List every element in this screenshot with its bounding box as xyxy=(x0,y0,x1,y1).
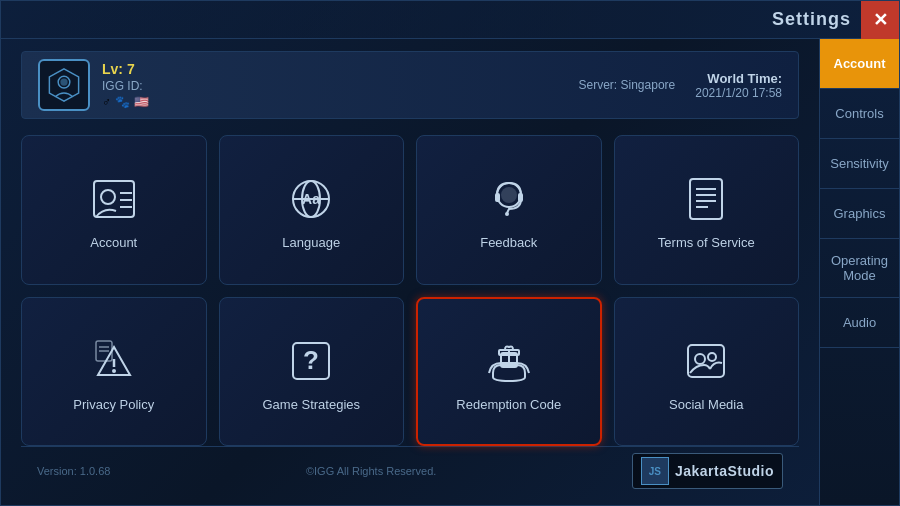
world-time-value: 2021/1/20 17:58 xyxy=(695,86,782,100)
flag-badge: 🇺🇸 xyxy=(134,95,149,109)
left-panel: Lv: 7 IGG ID: ♂ 🐾 🇺🇸 Server: Singapore W… xyxy=(1,39,819,505)
tile-strategies-label: Game Strategies xyxy=(262,397,360,412)
world-time-label: World Time: xyxy=(695,71,782,86)
tile-language-label: Language xyxy=(282,235,340,250)
sidebar-item-account[interactable]: Account xyxy=(820,39,899,89)
watermark-js-icon: JS xyxy=(641,457,669,485)
svg-point-35 xyxy=(708,353,716,361)
privacy-icon xyxy=(86,333,142,389)
tile-social-label: Social Media xyxy=(669,397,743,412)
tile-account[interactable]: Account xyxy=(21,135,207,285)
language-icon: Aa xyxy=(283,171,339,227)
tile-strategies[interactable]: ? Game Strategies xyxy=(219,297,405,447)
profile-badges: ♂ 🐾 🇺🇸 xyxy=(102,95,559,109)
svg-point-34 xyxy=(695,354,705,364)
watermark-name: JakartaStudio xyxy=(675,463,774,479)
profile-level: Lv: 7 xyxy=(102,61,559,77)
gender-badge: ♂ xyxy=(102,95,111,109)
sidebar-item-graphics[interactable]: Graphics xyxy=(820,189,899,239)
redemption-icon xyxy=(481,333,537,389)
svg-point-2 xyxy=(60,78,67,85)
main-content: Lv: 7 IGG ID: ♂ 🐾 🇺🇸 Server: Singapore W… xyxy=(1,39,899,505)
sidebar-item-audio[interactable]: Audio xyxy=(820,298,899,348)
svg-point-13 xyxy=(501,187,517,203)
tile-feedback[interactable]: Feedback xyxy=(416,135,602,285)
svg-text:Aa: Aa xyxy=(302,191,320,207)
feedback-icon xyxy=(481,171,537,227)
sidebar-item-operating-mode[interactable]: Operating Mode xyxy=(820,239,899,298)
profile-id: IGG ID: xyxy=(102,79,559,93)
watermark: JS JakartaStudio xyxy=(632,453,783,489)
avatar xyxy=(38,59,90,111)
copyright-text: ©IGG All Rights Reserved. xyxy=(306,465,436,477)
svg-rect-17 xyxy=(690,179,722,219)
strategies-icon: ? xyxy=(283,333,339,389)
svg-rect-14 xyxy=(495,193,500,202)
title-bar: Settings ✕ xyxy=(1,1,899,39)
settings-window: Settings ✕ Lv: 7 IGG ID xyxy=(0,0,900,506)
profile-server: Server: Singapore xyxy=(579,78,676,92)
svg-text:?: ? xyxy=(303,345,319,375)
right-sidebar: Account Controls Sensitivity Graphics Op… xyxy=(819,39,899,505)
svg-point-4 xyxy=(101,190,115,204)
account-icon xyxy=(86,171,142,227)
tile-redemption[interactable]: Redemption Code xyxy=(416,297,602,447)
svg-point-16 xyxy=(505,212,509,216)
close-button[interactable]: ✕ xyxy=(861,1,899,39)
world-time: World Time: 2021/1/20 17:58 xyxy=(695,71,782,100)
version-text: Version: 1.0.68 xyxy=(37,465,110,477)
tile-privacy-label: Privacy Policy xyxy=(73,397,154,412)
window-title: Settings xyxy=(772,9,851,30)
profile-info: Lv: 7 IGG ID: ♂ 🐾 🇺🇸 xyxy=(102,61,559,109)
tile-social[interactable]: Social Media xyxy=(614,297,800,447)
tile-privacy[interactable]: Privacy Policy xyxy=(21,297,207,447)
pet-badge: 🐾 xyxy=(115,95,130,109)
tile-redemption-label: Redemption Code xyxy=(456,397,561,412)
icons-grid: Account Aa Language xyxy=(21,135,799,446)
tile-terms-label: Terms of Service xyxy=(658,235,755,250)
tile-feedback-label: Feedback xyxy=(480,235,537,250)
svg-rect-33 xyxy=(688,345,724,377)
profile-bar: Lv: 7 IGG ID: ♂ 🐾 🇺🇸 Server: Singapore W… xyxy=(21,51,799,119)
footer: Version: 1.0.68 ©IGG All Rights Reserved… xyxy=(21,446,799,495)
social-icon xyxy=(678,333,734,389)
sidebar-item-sensitivity[interactable]: Sensitivity xyxy=(820,139,899,189)
tile-language[interactable]: Aa Language xyxy=(219,135,405,285)
tile-terms[interactable]: Terms of Service xyxy=(614,135,800,285)
svg-point-24 xyxy=(112,369,116,373)
sidebar-item-controls[interactable]: Controls xyxy=(820,89,899,139)
terms-icon xyxy=(678,171,734,227)
tile-account-label: Account xyxy=(90,235,137,250)
